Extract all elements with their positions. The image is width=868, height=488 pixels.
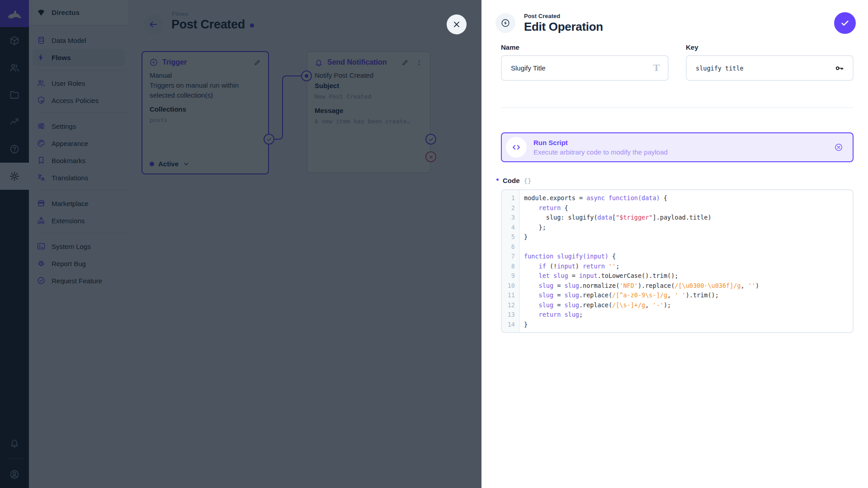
line-number: 1 — [502, 193, 519, 203]
line-number: 13 — [502, 310, 519, 320]
code-line: 8 if (!input) return ''; — [502, 262, 853, 272]
line-number: 12 — [502, 300, 519, 310]
line-number: 9 — [502, 271, 519, 281]
name-field: T — [501, 55, 669, 81]
drawer-title: Edit Operation — [524, 20, 603, 33]
code-line: 14} — [502, 320, 853, 330]
edit-operation-drawer: Post Created Edit Operation Name T Key — [481, 0, 868, 488]
operation-type-banner[interactable]: Run Script Execute arbitrary code to mod… — [501, 132, 854, 162]
code-field-header: Code {} — [501, 177, 854, 184]
code-line: 2 return { — [502, 203, 853, 213]
braces-icon: {} — [524, 177, 532, 184]
code-line: 11 slug = slug.replace(/[^a-z0-9\s-]/g, … — [502, 291, 853, 300]
line-number: 5 — [502, 232, 519, 242]
key-icon — [835, 63, 844, 73]
code-line: 12 slug = slug.replace(/[\s-]+/g, '-'); — [502, 300, 853, 310]
title-formatter-icon: T — [653, 62, 660, 74]
operation-type-subtitle: Execute arbitrary code to modify the pay… — [533, 147, 668, 157]
key-field — [686, 55, 854, 81]
name-input[interactable] — [510, 64, 648, 72]
line-number: 3 — [502, 213, 519, 223]
name-field-group: Name T — [501, 43, 669, 81]
key-field-group: Key — [686, 43, 854, 81]
code-line: 10 slug = slug.normalize('NFD').replace(… — [502, 281, 853, 291]
code-editor[interactable]: 1module.exports = async function(data) {… — [501, 189, 854, 333]
line-number: 10 — [502, 281, 519, 291]
drawer-breadcrumb: Post Created — [524, 13, 603, 20]
code-label: Code — [503, 177, 520, 184]
operation-type-badge — [495, 13, 515, 33]
drawer-header: Post Created Edit Operation — [481, 0, 868, 34]
operation-type-title: Run Script — [533, 138, 668, 147]
deselect-operation-button[interactable] — [834, 143, 843, 152]
line-number: 7 — [502, 252, 519, 262]
bolt-circle-icon — [500, 18, 510, 28]
code-line: 6 — [502, 242, 853, 252]
code-line: 13 return slug; — [502, 310, 853, 320]
code-line: 7function slugify(input) { — [502, 252, 853, 262]
save-button[interactable] — [834, 12, 856, 34]
code-line: 5} — [502, 232, 853, 242]
code-line: 3 slug: slugify(data["$trigger"].payload… — [502, 213, 853, 223]
check-icon — [840, 18, 850, 28]
key-input[interactable] — [695, 64, 835, 72]
line-number: 8 — [502, 262, 519, 272]
line-number: 4 — [502, 223, 519, 233]
name-label: Name — [501, 43, 669, 51]
drawer-overlay[interactable] — [0, 0, 481, 488]
code-icon — [511, 142, 521, 152]
code-line: 4 }; — [502, 223, 853, 233]
close-icon — [452, 19, 462, 29]
section-divider — [501, 107, 854, 108]
code-line: 9 let slug = input.toLowerCase().trim(); — [502, 271, 853, 281]
key-label: Key — [686, 43, 854, 51]
line-number: 11 — [502, 291, 519, 300]
close-drawer-button[interactable] — [447, 14, 467, 34]
circle-x-icon — [834, 143, 843, 152]
line-number: 14 — [502, 320, 519, 330]
line-number: 6 — [502, 242, 519, 252]
code-line: 1module.exports = async function(data) { — [502, 193, 853, 203]
code-badge — [506, 137, 527, 158]
required-dot — [496, 178, 499, 181]
line-number: 2 — [502, 203, 519, 213]
